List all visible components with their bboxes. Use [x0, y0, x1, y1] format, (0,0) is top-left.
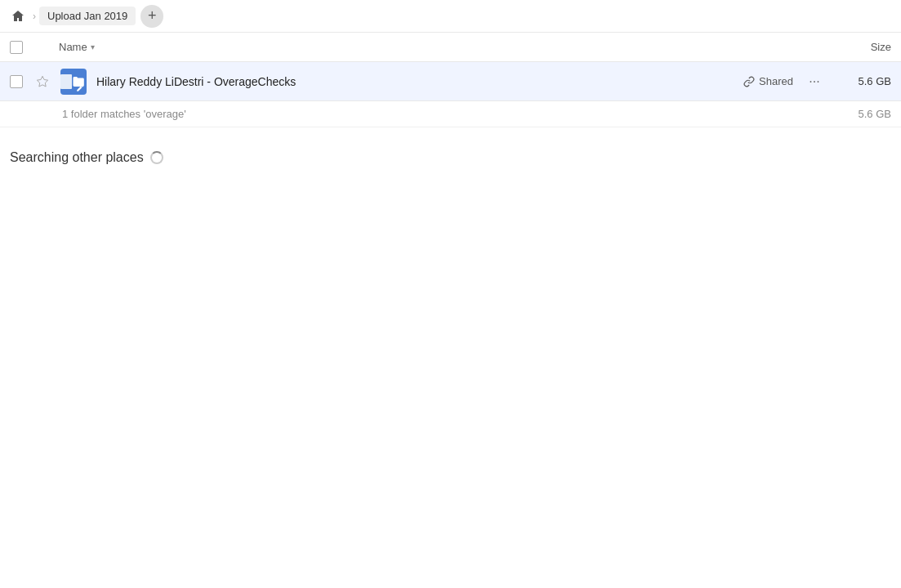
shared-badge: Shared	[743, 75, 793, 87]
name-column-header[interactable]: Name ▾	[59, 41, 826, 53]
table-row[interactable]: Hilary Reddy LiDestri - OverageChecks Sh…	[0, 62, 901, 101]
breadcrumb-title[interactable]: Upload Jan 2019	[39, 7, 136, 25]
svg-marker-0	[37, 76, 47, 87]
file-icon-container	[59, 67, 88, 96]
row-checkbox[interactable]	[10, 75, 36, 88]
column-headers: Name ▾ Size	[0, 33, 901, 62]
match-info-row: 1 folder matches 'overage' 5.6 GB	[0, 101, 901, 127]
star-button[interactable]	[36, 75, 59, 88]
home-button[interactable]	[7, 5, 29, 28]
star-icon	[36, 75, 49, 88]
file-actions: Shared ···	[743, 70, 826, 93]
home-icon	[11, 10, 25, 23]
searching-label: Searching other places	[10, 150, 891, 165]
more-icon: ···	[809, 74, 819, 89]
breadcrumb-bar: › Upload Jan 2019 +	[0, 0, 901, 33]
match-text: 1 folder matches 'overage'	[62, 108, 826, 120]
checkbox-icon[interactable]	[10, 75, 23, 88]
checkbox-icon[interactable]	[10, 41, 23, 54]
add-button[interactable]: +	[141, 5, 163, 28]
folder-icon	[60, 69, 87, 95]
file-size: 5.6 GB	[826, 75, 891, 87]
sort-arrow-icon: ▾	[91, 42, 95, 51]
breadcrumb-separator: ›	[33, 11, 36, 22]
more-options-button[interactable]: ···	[803, 70, 826, 93]
link-icon	[743, 76, 755, 87]
select-all-checkbox[interactable]	[10, 41, 36, 54]
file-name: Hilary Reddy LiDestri - OverageChecks	[96, 75, 743, 88]
pencil-icon	[76, 84, 84, 92]
size-column-header: Size	[826, 41, 891, 53]
name-column-label: Name	[59, 41, 87, 53]
match-size: 5.6 GB	[826, 108, 891, 120]
shared-label: Shared	[759, 75, 793, 87]
searching-text: Searching other places	[10, 150, 144, 165]
searching-section: Searching other places	[0, 127, 901, 175]
loading-spinner	[150, 151, 163, 164]
